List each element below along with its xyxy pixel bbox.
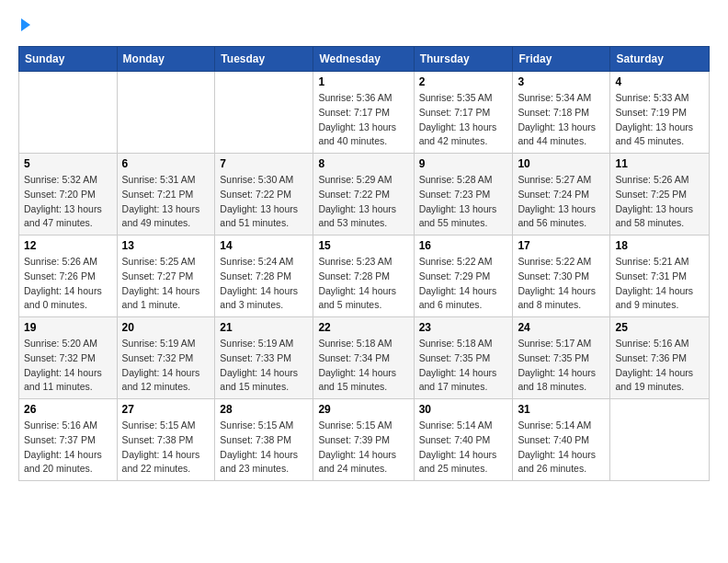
day-number: 10 xyxy=(518,157,605,170)
daylight-text: Daylight: 14 hours and 19 minutes. xyxy=(615,366,704,396)
sunrise-text: Sunrise: 5:15 AM xyxy=(220,419,308,433)
col-header-sunday: Sunday xyxy=(19,47,118,72)
sunrise-text: Sunrise: 5:15 AM xyxy=(122,419,210,433)
sunset-text: Sunset: 7:36 PM xyxy=(615,351,704,366)
col-header-saturday: Saturday xyxy=(610,47,710,72)
daylight-text: Daylight: 14 hours and 15 minutes. xyxy=(318,366,408,396)
sunrise-text: Sunrise: 5:20 AM xyxy=(24,337,112,351)
day-number: 18 xyxy=(615,239,704,252)
sunset-text: Sunset: 7:37 PM xyxy=(24,433,112,448)
sunset-text: Sunset: 7:26 PM xyxy=(24,270,112,284)
sunset-text: Sunset: 7:35 PM xyxy=(419,351,508,366)
day-number: 27 xyxy=(122,403,210,416)
day-number: 11 xyxy=(615,157,704,170)
sunrise-text: Sunrise: 5:15 AM xyxy=(318,419,408,433)
daylight-text: Daylight: 14 hours and 17 minutes. xyxy=(419,366,508,396)
calendar-cell: 5Sunrise: 5:32 AMSunset: 7:20 PMDaylight… xyxy=(19,154,118,236)
day-info: Sunrise: 5:33 AMSunset: 7:19 PMDaylight:… xyxy=(615,91,704,149)
daylight-text: Daylight: 14 hours and 0 minutes. xyxy=(24,284,112,314)
daylight-text: Daylight: 14 hours and 6 minutes. xyxy=(419,284,508,314)
sunset-text: Sunset: 7:25 PM xyxy=(615,188,704,202)
sunrise-text: Sunrise: 5:28 AM xyxy=(419,173,508,188)
sunset-text: Sunset: 7:32 PM xyxy=(24,351,112,366)
day-number: 19 xyxy=(24,321,112,334)
sunrise-text: Sunrise: 5:26 AM xyxy=(615,173,704,188)
calendar-cell: 6Sunrise: 5:31 AMSunset: 7:21 PMDaylight… xyxy=(117,154,215,236)
calendar-cell: 29Sunrise: 5:15 AMSunset: 7:39 PMDayligh… xyxy=(313,399,414,481)
sunset-text: Sunset: 7:32 PM xyxy=(122,351,210,366)
logo xyxy=(18,18,30,31)
daylight-text: Daylight: 14 hours and 15 minutes. xyxy=(220,366,308,396)
calendar-cell: 26Sunrise: 5:16 AMSunset: 7:37 PMDayligh… xyxy=(19,399,118,481)
day-number: 26 xyxy=(24,403,112,416)
calendar-cell: 8Sunrise: 5:29 AMSunset: 7:22 PMDaylight… xyxy=(313,154,414,236)
daylight-text: Daylight: 13 hours and 56 minutes. xyxy=(518,202,605,232)
day-number: 30 xyxy=(419,403,508,416)
day-number: 21 xyxy=(220,321,308,334)
day-info: Sunrise: 5:26 AMSunset: 7:25 PMDaylight:… xyxy=(615,173,704,231)
day-info: Sunrise: 5:18 AMSunset: 7:34 PMDaylight:… xyxy=(318,337,408,395)
calendar-header-row: SundayMondayTuesdayWednesdayThursdayFrid… xyxy=(19,47,710,72)
sunset-text: Sunset: 7:17 PM xyxy=(318,106,408,121)
day-number: 3 xyxy=(518,75,605,88)
calendar-cell xyxy=(215,72,313,154)
sunrise-text: Sunrise: 5:34 AM xyxy=(518,91,605,106)
day-info: Sunrise: 5:34 AMSunset: 7:18 PMDaylight:… xyxy=(518,91,605,149)
calendar-cell: 19Sunrise: 5:20 AMSunset: 7:32 PMDayligh… xyxy=(19,317,118,399)
daylight-text: Daylight: 13 hours and 40 minutes. xyxy=(318,121,408,150)
day-info: Sunrise: 5:15 AMSunset: 7:38 PMDaylight:… xyxy=(122,419,210,477)
sunrise-text: Sunrise: 5:18 AM xyxy=(318,337,408,351)
sunset-text: Sunset: 7:28 PM xyxy=(220,270,308,284)
sunset-text: Sunset: 7:40 PM xyxy=(518,433,605,448)
daylight-text: Daylight: 14 hours and 22 minutes. xyxy=(122,448,210,477)
calendar-cell: 28Sunrise: 5:15 AMSunset: 7:38 PMDayligh… xyxy=(215,399,313,481)
logo-arrow-icon xyxy=(21,18,30,31)
day-number: 9 xyxy=(419,157,508,170)
day-info: Sunrise: 5:29 AMSunset: 7:22 PMDaylight:… xyxy=(318,173,408,231)
calendar-cell: 15Sunrise: 5:23 AMSunset: 7:28 PMDayligh… xyxy=(313,236,414,317)
day-info: Sunrise: 5:18 AMSunset: 7:35 PMDaylight:… xyxy=(419,337,508,395)
sunrise-text: Sunrise: 5:21 AM xyxy=(615,255,704,270)
sunrise-text: Sunrise: 5:23 AM xyxy=(318,255,408,270)
calendar-cell: 10Sunrise: 5:27 AMSunset: 7:24 PMDayligh… xyxy=(513,154,610,236)
daylight-text: Daylight: 14 hours and 9 minutes. xyxy=(615,284,704,314)
daylight-text: Daylight: 14 hours and 25 minutes. xyxy=(419,448,508,477)
day-number: 1 xyxy=(318,75,408,88)
sunrise-text: Sunrise: 5:18 AM xyxy=(419,337,508,351)
col-header-monday: Monday xyxy=(117,47,215,72)
calendar-cell: 1Sunrise: 5:36 AMSunset: 7:17 PMDaylight… xyxy=(313,72,414,154)
day-info: Sunrise: 5:17 AMSunset: 7:35 PMDaylight:… xyxy=(518,337,605,395)
day-number: 31 xyxy=(518,403,605,416)
sunset-text: Sunset: 7:24 PM xyxy=(518,188,605,202)
calendar-cell: 16Sunrise: 5:22 AMSunset: 7:29 PMDayligh… xyxy=(414,236,513,317)
day-number: 15 xyxy=(318,239,408,252)
sunrise-text: Sunrise: 5:22 AM xyxy=(518,255,605,270)
sunset-text: Sunset: 7:38 PM xyxy=(220,433,308,448)
daylight-text: Daylight: 13 hours and 47 minutes. xyxy=(24,202,112,232)
sunrise-text: Sunrise: 5:16 AM xyxy=(615,337,704,351)
calendar-cell: 9Sunrise: 5:28 AMSunset: 7:23 PMDaylight… xyxy=(414,154,513,236)
day-number: 14 xyxy=(220,239,308,252)
daylight-text: Daylight: 14 hours and 20 minutes. xyxy=(24,448,112,477)
sunset-text: Sunset: 7:35 PM xyxy=(518,351,605,366)
daylight-text: Daylight: 14 hours and 3 minutes. xyxy=(220,284,308,314)
calendar-cell: 14Sunrise: 5:24 AMSunset: 7:28 PMDayligh… xyxy=(215,236,313,317)
sunrise-text: Sunrise: 5:17 AM xyxy=(518,337,605,351)
sunrise-text: Sunrise: 5:27 AM xyxy=(518,173,605,188)
sunset-text: Sunset: 7:29 PM xyxy=(419,270,508,284)
daylight-text: Daylight: 14 hours and 26 minutes. xyxy=(518,448,605,477)
daylight-text: Daylight: 14 hours and 23 minutes. xyxy=(220,448,308,477)
page-header xyxy=(18,18,710,31)
sunset-text: Sunset: 7:34 PM xyxy=(318,351,408,366)
day-info: Sunrise: 5:23 AMSunset: 7:28 PMDaylight:… xyxy=(318,255,408,313)
day-info: Sunrise: 5:22 AMSunset: 7:30 PMDaylight:… xyxy=(518,255,605,313)
calendar-cell: 30Sunrise: 5:14 AMSunset: 7:40 PMDayligh… xyxy=(414,399,513,481)
sunrise-text: Sunrise: 5:36 AM xyxy=(318,91,408,106)
calendar-cell: 18Sunrise: 5:21 AMSunset: 7:31 PMDayligh… xyxy=(610,236,710,317)
day-number: 16 xyxy=(419,239,508,252)
sunset-text: Sunset: 7:19 PM xyxy=(615,106,704,121)
sunrise-text: Sunrise: 5:30 AM xyxy=(220,173,308,188)
sunrise-text: Sunrise: 5:22 AM xyxy=(419,255,508,270)
day-number: 4 xyxy=(615,75,704,88)
day-number: 17 xyxy=(518,239,605,252)
